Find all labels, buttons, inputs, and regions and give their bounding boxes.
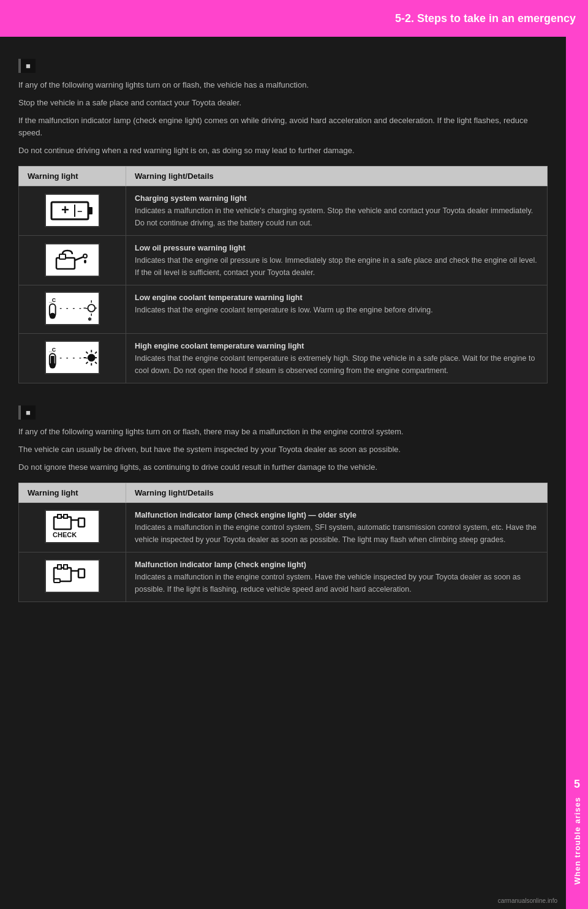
battery-svg: + − bbox=[50, 198, 94, 223]
section1-para2: Stop the vehicle in a safe place and con… bbox=[18, 97, 548, 110]
svg-rect-49 bbox=[78, 569, 85, 578]
main-content: ■ If any of the following warning lights… bbox=[0, 37, 566, 627]
engine-outline-svg bbox=[48, 560, 97, 591]
section2-para1: If any of the following warning lights t… bbox=[18, 426, 548, 439]
svg-point-10 bbox=[84, 260, 86, 263]
temp-hot-icon-box: _C - - - - - bbox=[45, 341, 100, 374]
table1-row4-text: Indicates that the engine coolant temper… bbox=[135, 354, 535, 375]
page-header: 5-2. Steps to take in an emergency bbox=[0, 0, 588, 37]
table-row: _C - - - - - ❄ bbox=[19, 285, 548, 334]
table1-row1-text: Indicates a malfunction in the vehicle's… bbox=[135, 206, 533, 227]
chapter-number: 5 bbox=[574, 778, 580, 791]
svg-rect-39 bbox=[58, 515, 61, 518]
svg-rect-46 bbox=[58, 565, 61, 569]
table-row: _C - - - - - bbox=[19, 334, 548, 383]
check-engine-old-icon-box: CHECK bbox=[45, 510, 100, 543]
table1-row2-text: Indicates that the engine oil pressure i… bbox=[135, 256, 537, 277]
svg-rect-0 bbox=[51, 202, 88, 219]
table-row: CHECK Malfunction indicator lamp (check … bbox=[19, 502, 548, 552]
warning-table-2: Warning light Warning light/Details bbox=[18, 483, 548, 602]
table1-col2-header: Warning light/Details bbox=[126, 166, 548, 186]
svg-text:_C: _C bbox=[48, 298, 56, 304]
svg-rect-42 bbox=[78, 518, 85, 527]
svg-rect-1 bbox=[88, 207, 92, 214]
table2-row1-text: Indicates a malfunction in the engine co… bbox=[135, 523, 537, 544]
table2-row1-label: Malfunction indicator lamp (check engine… bbox=[135, 511, 356, 519]
svg-point-28 bbox=[88, 354, 95, 361]
table1-row2-icon bbox=[19, 235, 126, 285]
section1-header: ■ bbox=[18, 59, 36, 73]
table-row: + − Charging system warning light Indica… bbox=[19, 186, 548, 235]
section1: ■ If any of the following warning lights… bbox=[18, 49, 548, 383]
table-row: Low oil pressure warning light Indicates… bbox=[19, 235, 548, 285]
table1-row1-label: Charging system warning light bbox=[135, 194, 247, 203]
svg-text:−: − bbox=[77, 206, 82, 216]
table1-row2-details: Low oil pressure warning light Indicates… bbox=[126, 235, 548, 285]
svg-rect-38 bbox=[54, 517, 71, 529]
svg-rect-7 bbox=[59, 254, 66, 259]
table1-row4-details: High engine coolant temperature warning … bbox=[126, 334, 548, 383]
engine-outline-icon-box bbox=[45, 559, 100, 593]
table1-row3-label: Low engine coolant temperature warning l… bbox=[135, 293, 303, 302]
table2-row2-label: Malfunction indicator lamp (check engine… bbox=[135, 560, 306, 569]
section1-para4: Do not continue driving when a red warni… bbox=[18, 145, 548, 157]
svg-rect-40 bbox=[64, 515, 67, 518]
footer-url: carmanualsonline.info bbox=[498, 897, 557, 904]
svg-text:❄: ❄ bbox=[88, 317, 92, 323]
svg-rect-25 bbox=[51, 356, 55, 364]
table1-row1-icon: + − bbox=[19, 186, 126, 235]
table2-col2-header: Warning light/Details bbox=[126, 483, 548, 502]
svg-text:_C: _C bbox=[48, 347, 56, 353]
chapter-label: When trouble arises bbox=[573, 797, 582, 884]
svg-text:CHECK: CHECK bbox=[53, 531, 77, 538]
table-row: Malfunction indicator lamp (check engine… bbox=[19, 552, 548, 602]
svg-point-9 bbox=[83, 254, 87, 258]
table2-col1-header: Warning light bbox=[19, 483, 126, 502]
table1-row2-label: Low oil pressure warning light bbox=[135, 244, 246, 252]
table1-row3-text: Indicates that the engine coolant temper… bbox=[135, 306, 433, 314]
oil-svg bbox=[50, 247, 94, 274]
table2-row1-icon: CHECK bbox=[19, 502, 126, 552]
section2: ■ If any of the following warning lights… bbox=[18, 396, 548, 602]
table2-row1-details: Malfunction indicator lamp (check engine… bbox=[126, 502, 548, 552]
table1-row4-icon: _C - - - - - bbox=[19, 334, 126, 383]
section1-para1: If any of the following warning lights t… bbox=[18, 79, 548, 92]
table2-row2-text: Indicates a malfunction in the engine co… bbox=[135, 573, 521, 594]
check-engine-old-svg: CHECK bbox=[48, 511, 97, 541]
oil-icon-box bbox=[45, 243, 100, 277]
temp-cold-svg: _C - - - - - ❄ bbox=[46, 293, 99, 323]
svg-point-13 bbox=[50, 313, 56, 319]
svg-text:+: + bbox=[61, 202, 69, 217]
table2-row2-details: Malfunction indicator lamp (check engine… bbox=[126, 552, 548, 602]
battery-icon-box: + − bbox=[45, 194, 100, 227]
table1-row3-details: Low engine coolant temperature warning l… bbox=[126, 285, 548, 334]
section1-para3: If the malfunction indicator lamp (check… bbox=[18, 115, 548, 140]
section2-para3: Do not ignore these warning lights, as c… bbox=[18, 461, 548, 474]
table1-row4-label: High engine coolant temperature warning … bbox=[135, 342, 304, 350]
temp-cold-icon-box: _C - - - - - ❄ bbox=[45, 292, 100, 325]
svg-point-16 bbox=[88, 305, 95, 312]
chapter-sidebar: 5 When trouble arises bbox=[566, 37, 588, 909]
section2-para2: The vehicle can usually be driven, but h… bbox=[18, 443, 548, 456]
table1-row1-details: Charging system warning light Indicates … bbox=[126, 186, 548, 235]
page-title: 5-2. Steps to take in an emergency bbox=[395, 12, 576, 25]
warning-table-1: Warning light Warning light/Details + bbox=[18, 166, 548, 384]
table2-row2-icon bbox=[19, 552, 126, 602]
svg-rect-47 bbox=[64, 565, 67, 569]
svg-rect-50 bbox=[54, 579, 60, 583]
table1-col1-header: Warning light bbox=[19, 166, 126, 186]
temp-hot-svg: _C - - - - - bbox=[46, 342, 99, 373]
section2-header: ■ bbox=[18, 405, 36, 420]
table1-row3-icon: _C - - - - - ❄ bbox=[19, 285, 126, 334]
